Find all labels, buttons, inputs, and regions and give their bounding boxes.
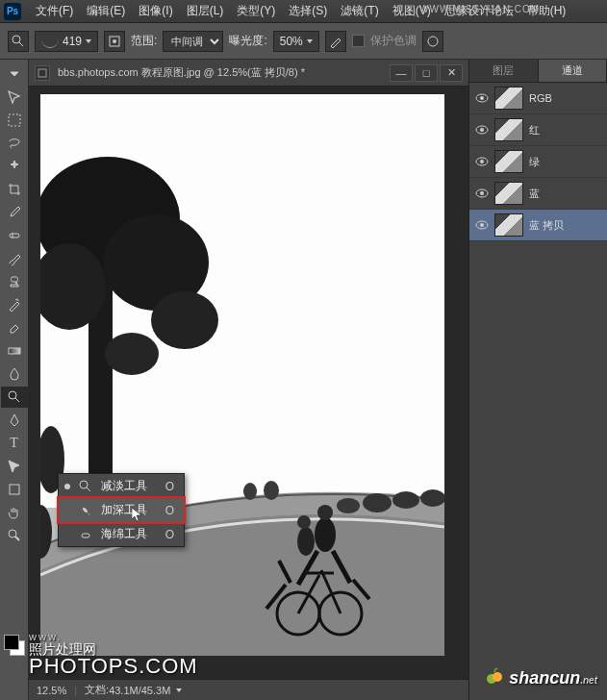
channel-row[interactable]: 蓝 拷贝 — [469, 210, 607, 241]
watermark-shancun: shancun.net — [485, 666, 597, 688]
tool-icon — [78, 503, 93, 518]
stamp-tool[interactable] — [1, 271, 28, 292]
channel-row[interactable]: 蓝 — [469, 178, 607, 210]
tool-flyout: 减淡工具O加深工具O海绵工具O — [58, 473, 185, 547]
svg-point-29 — [337, 498, 360, 513]
channel-thumb — [494, 118, 523, 141]
channel-row[interactable]: 绿 — [469, 146, 607, 178]
document-tab[interactable]: bbs.photops.com 教程原图.jpg @ 12.5%(蓝 拷贝/8)… — [58, 65, 382, 80]
close-button[interactable]: ✕ — [440, 64, 463, 82]
visibility-icon[interactable] — [475, 91, 489, 105]
menu-item[interactable]: 选择(S) — [282, 3, 334, 19]
eyedropper-tool[interactable] — [1, 202, 28, 223]
svg-line-10 — [15, 398, 19, 402]
svg-point-56 — [480, 191, 484, 195]
channel-thumb — [494, 182, 523, 205]
svg-point-4 — [428, 37, 438, 46]
svg-point-46 — [80, 481, 88, 488]
minimize-button[interactable]: — — [390, 64, 413, 82]
shape-tool[interactable] — [1, 479, 28, 500]
range-select[interactable]: 中间调 — [163, 31, 223, 52]
canvas[interactable] — [40, 94, 444, 656]
heal-tool[interactable] — [1, 225, 28, 246]
history-brush-tool[interactable] — [1, 294, 28, 315]
menu-item[interactable]: 类型(Y) — [230, 3, 282, 19]
gradient-tool[interactable] — [1, 340, 28, 362]
flyout-shortcut: O — [165, 528, 174, 541]
panel-tabs: 图层 通道 — [469, 60, 607, 83]
flyout-shortcut: O — [165, 504, 174, 517]
menu-item[interactable]: 编辑(E) — [80, 3, 132, 19]
svg-rect-8 — [9, 348, 20, 354]
tab-layers[interactable]: 图层 — [469, 60, 539, 82]
menu-item[interactable]: 图像(I) — [132, 3, 179, 19]
protect-label: 保护色调 — [370, 33, 417, 49]
channel-name: RGB — [529, 92, 552, 104]
svg-point-28 — [420, 489, 444, 507]
exposure-label: 曝光度: — [229, 33, 266, 49]
type-tool[interactable]: T — [1, 433, 28, 454]
flyout-label: 减淡工具 — [101, 478, 147, 494]
visibility-icon[interactable] — [475, 155, 489, 168]
channel-thumb — [494, 150, 523, 173]
maximize-button[interactable]: □ — [415, 64, 438, 82]
blur-tool[interactable] — [1, 363, 28, 385]
svg-point-37 — [315, 517, 336, 552]
svg-point-23 — [105, 333, 159, 375]
active-dot-icon — [64, 484, 70, 489]
flyout-label: 海绵工具 — [101, 526, 147, 542]
menu-item[interactable]: 滤镜(T) — [334, 3, 385, 19]
home-icon[interactable] — [35, 65, 50, 81]
pen-tool[interactable] — [1, 410, 28, 431]
svg-point-9 — [9, 391, 16, 399]
pressure-icon[interactable] — [422, 31, 443, 52]
brush-tool[interactable] — [1, 248, 28, 269]
svg-line-47 — [87, 488, 90, 491]
menu-bar: Ps 文件(F)编辑(E)图像(I)图层(L)类型(Y)选择(S)滤镜(T)视图… — [0, 0, 607, 23]
dodge-tool[interactable] — [1, 387, 28, 408]
wand-tool[interactable] — [1, 156, 28, 177]
marquee-tool[interactable] — [1, 110, 28, 131]
flyout-shortcut: O — [165, 480, 174, 493]
document-winbar: bbs.photops.com 教程原图.jpg @ 12.5%(蓝 拷贝/8)… — [29, 60, 468, 87]
menu-item[interactable]: 图层(L) — [180, 3, 231, 19]
flyout-item[interactable]: 减淡工具O — [59, 474, 184, 498]
ps-logo: Ps — [4, 3, 21, 20]
crop-tool[interactable] — [1, 179, 28, 200]
visibility-icon[interactable] — [475, 218, 489, 232]
move-tool[interactable] — [1, 87, 28, 108]
svg-point-0 — [13, 36, 20, 43]
flyout-item[interactable]: 加深工具O — [59, 498, 184, 522]
brush-size-value: 419 — [63, 35, 82, 48]
color-swatches[interactable] — [4, 635, 25, 656]
exposure-value[interactable]: 50% — [273, 31, 319, 52]
svg-line-13 — [15, 537, 19, 540]
visibility-icon[interactable] — [475, 123, 489, 137]
path-tool[interactable] — [1, 456, 28, 477]
tab-channels[interactable]: 通道 — [539, 60, 608, 82]
tab-icon[interactable] — [1, 63, 28, 85]
eraser-tool[interactable] — [1, 317, 28, 338]
svg-point-54 — [480, 160, 484, 163]
protect-checkbox[interactable] — [352, 35, 365, 47]
flyout-item[interactable]: 海绵工具O — [59, 522, 184, 546]
channel-thumb — [494, 213, 523, 237]
airbrush-icon[interactable] — [325, 31, 346, 52]
svg-rect-6 — [10, 234, 19, 238]
brush-panel-icon[interactable] — [104, 31, 125, 52]
channel-row[interactable]: RGB — [469, 83, 607, 114]
svg-point-26 — [363, 493, 392, 512]
channel-row[interactable]: 红 — [469, 114, 607, 146]
svg-point-58 — [480, 223, 484, 227]
zoom-value[interactable]: 12.5% — [37, 685, 66, 696]
channel-name: 红 — [529, 123, 540, 138]
brush-preset[interactable]: 419 — [35, 31, 98, 52]
menu-item[interactable]: 文件(F) — [29, 3, 80, 19]
lasso-tool[interactable] — [1, 133, 28, 154]
visibility-icon[interactable] — [475, 187, 489, 200]
hand-tool[interactable] — [1, 502, 28, 523]
tool-preset-icon[interactable] — [8, 31, 29, 52]
svg-rect-48 — [82, 534, 89, 538]
zoom-tool[interactable] — [1, 525, 28, 546]
svg-point-40 — [297, 515, 311, 529]
